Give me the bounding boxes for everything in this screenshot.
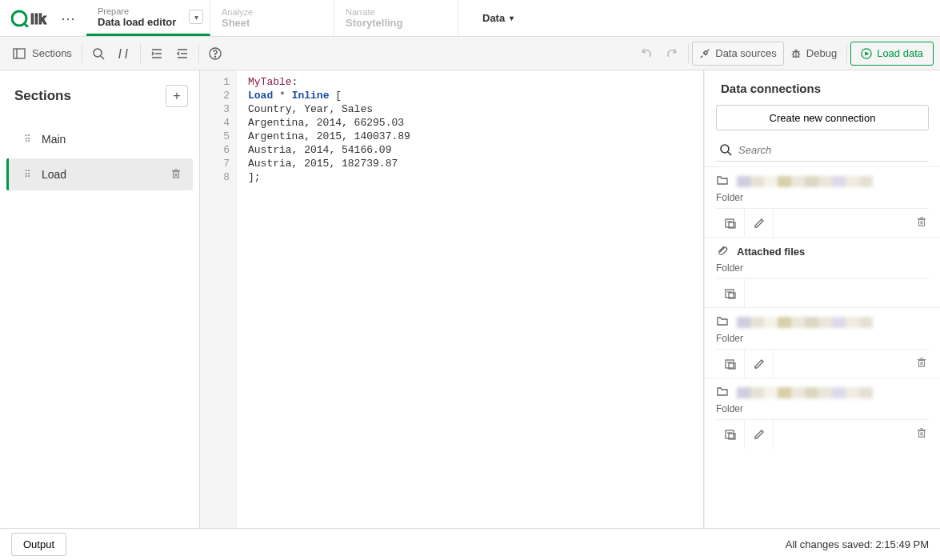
- add-section-button[interactable]: +: [166, 85, 188, 107]
- edit-connection-button[interactable]: [745, 350, 774, 378]
- nav-tab-title: Storytelling: [346, 17, 443, 29]
- chevron-down-icon[interactable]: ▾: [189, 10, 203, 24]
- svg-line-24: [798, 56, 799, 57]
- qlik-logo: lik: [11, 10, 56, 27]
- select-data-button[interactable]: [716, 420, 745, 449]
- data-sources-button[interactable]: Data sources: [692, 42, 784, 66]
- nav-tab-title: Sheet: [222, 17, 319, 29]
- undo-button[interactable]: [634, 42, 659, 66]
- search-icon: [719, 143, 732, 156]
- connection-header[interactable]: [716, 314, 929, 330]
- svg-point-16: [214, 56, 215, 57]
- sections-label: Sections: [32, 47, 72, 59]
- section-item[interactable]: ⠿ Load: [6, 158, 193, 190]
- section-name: Main: [42, 133, 182, 146]
- nav-tab-prepare[interactable]: Prepare Data load editor ▾: [86, 0, 210, 36]
- debug-button[interactable]: Debug: [784, 42, 843, 66]
- app-menu-icon[interactable]: ⋯: [61, 10, 75, 27]
- svg-line-1: [24, 23, 28, 27]
- select-data-button[interactable]: [716, 209, 745, 238]
- delete-connection-button[interactable]: [916, 427, 929, 441]
- connection-search[interactable]: [716, 140, 929, 162]
- connection-item: Folder: [705, 166, 940, 237]
- grip-icon[interactable]: ⠿: [24, 169, 30, 180]
- connection-header[interactable]: [716, 385, 929, 400]
- create-connection-button[interactable]: Create new connection: [716, 105, 929, 130]
- main-area: Sections + ⠿ Main ⠿ Load 12345678 MyTabl…: [0, 70, 940, 528]
- nav-tab-narrate[interactable]: Narrate Storytelling: [334, 0, 458, 36]
- nav-tab-analyze[interactable]: Analyze Sheet: [210, 0, 334, 36]
- svg-line-8: [126, 49, 127, 58]
- svg-line-6: [101, 56, 104, 59]
- svg-rect-53: [726, 430, 734, 438]
- connection-header[interactable]: Attached files: [716, 244, 929, 259]
- svg-line-21: [792, 51, 794, 52]
- select-data-button[interactable]: [716, 279, 745, 308]
- nav-tab-small: Prepare: [98, 6, 195, 16]
- grip-icon[interactable]: ⠿: [24, 134, 30, 145]
- select-data-button[interactable]: [716, 350, 745, 378]
- data-sources-label: Data sources: [715, 47, 777, 59]
- help-button[interactable]: [202, 42, 228, 66]
- folder-icon: [716, 174, 737, 189]
- svg-rect-34: [726, 219, 734, 227]
- delete-connection-button[interactable]: [916, 216, 929, 230]
- script-editor[interactable]: 12345678 MyTable: Load * Inline [ Countr…: [200, 70, 704, 528]
- redo-button[interactable]: [659, 42, 685, 66]
- section-name: Load: [42, 168, 170, 181]
- connection-item: Folder: [705, 378, 940, 448]
- edit-connection-button[interactable]: [745, 209, 774, 238]
- indent-icon: [150, 47, 163, 60]
- comment-icon: [118, 47, 130, 60]
- top-nav: lik ⋯ Prepare Data load editor ▾ Analyze…: [0, 0, 940, 37]
- output-button[interactable]: Output: [11, 533, 66, 556]
- redo-icon: [666, 47, 678, 60]
- connection-type: Folder: [716, 333, 929, 344]
- search-button[interactable]: [86, 42, 111, 66]
- connection-search-input[interactable]: [738, 144, 929, 156]
- connection-name: Attached files: [737, 246, 805, 258]
- connection-type: Folder: [716, 262, 929, 274]
- connection-type: Folder: [716, 403, 929, 414]
- load-data-label: Load data: [877, 47, 923, 59]
- outdent-icon: [176, 47, 189, 60]
- svg-point-32: [721, 145, 729, 153]
- edit-connection-button[interactable]: [745, 420, 774, 449]
- delete-connection-button[interactable]: [916, 357, 929, 370]
- plug-icon: [699, 48, 710, 59]
- svg-rect-37: [919, 219, 925, 226]
- bug-icon: [790, 48, 802, 59]
- svg-point-5: [94, 49, 102, 57]
- debug-label: Debug: [806, 47, 837, 59]
- connection-name-redacted: [737, 317, 873, 328]
- connection-item: Folder: [705, 307, 940, 378]
- toggle-sections-button[interactable]: Sections: [6, 42, 78, 66]
- connections-panel: Data connections Create new connection F…: [704, 70, 940, 528]
- code-area[interactable]: MyTable: Load * Inline [ Country, Year, …: [237, 70, 703, 528]
- nav-tab-small: Analyze: [222, 7, 319, 17]
- undo-icon: [640, 47, 653, 60]
- outdent-button[interactable]: [170, 42, 195, 66]
- svg-rect-56: [919, 430, 925, 437]
- indent-button[interactable]: [144, 42, 170, 66]
- svg-rect-48: [919, 360, 925, 366]
- connection-type: Folder: [716, 192, 929, 203]
- svg-line-33: [728, 152, 731, 155]
- section-item[interactable]: ⠿ Main: [6, 123, 193, 155]
- delete-section-button[interactable]: [170, 168, 182, 182]
- svg-rect-45: [726, 360, 734, 368]
- sections-heading: Sections: [14, 88, 71, 104]
- comment-button[interactable]: [111, 42, 137, 66]
- toolbar: Sections Data sources Debug Load data: [0, 37, 940, 70]
- load-data-button[interactable]: Load data: [850, 42, 934, 66]
- svg-rect-3: [14, 49, 25, 58]
- chevron-down-icon: ▾: [510, 14, 514, 22]
- nav-tab-title: Data load editor: [98, 16, 195, 28]
- svg-line-7: [119, 49, 121, 58]
- nav-data-dropdown[interactable]: Data ▾: [468, 0, 528, 36]
- sections-panel: Sections + ⠿ Main ⠿ Load: [0, 70, 200, 528]
- connection-header[interactable]: [716, 174, 929, 189]
- connections-heading: Data connections: [716, 82, 929, 95]
- help-icon: [209, 47, 222, 60]
- svg-rect-42: [726, 290, 734, 298]
